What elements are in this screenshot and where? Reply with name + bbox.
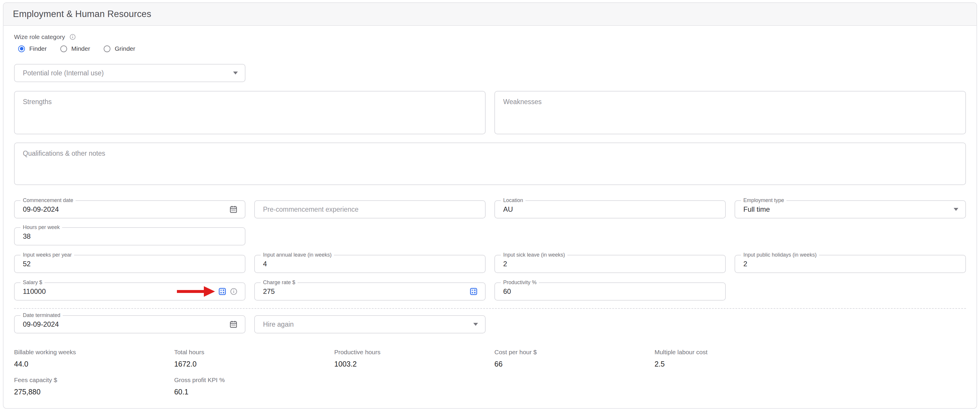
radio-label: Grinder — [115, 45, 135, 52]
radio-label: Finder — [29, 45, 47, 52]
stat-label: Productive hours — [334, 349, 485, 356]
calendar-icon[interactable] — [229, 320, 238, 329]
weeks-per-year-field[interactable]: Input weeks per year — [14, 255, 245, 273]
productivity-field[interactable]: Productivity % — [495, 283, 726, 300]
potential-role-placeholder: Potential role (Internal use) — [23, 69, 233, 77]
stat-value: 275,880 — [14, 388, 165, 396]
location-label: Location — [501, 197, 525, 203]
stat-label: Fees capacity $ — [14, 377, 165, 383]
stat-productive-hours: Productive hours 1003.2 — [334, 349, 485, 368]
strengths-textarea[interactable] — [14, 91, 485, 134]
commencement-date-field[interactable]: Commencement date — [14, 200, 245, 219]
salary-field[interactable]: Salary $ — [14, 283, 245, 300]
wize-role-category-label: Wize role category — [14, 34, 65, 40]
radio-option-minder[interactable]: Minder — [60, 45, 90, 52]
stat-fees-capacity: Fees capacity $ 275,880 — [14, 377, 165, 396]
radio-icon[interactable] — [104, 45, 110, 52]
location-input[interactable] — [503, 205, 718, 214]
pre-commencement-input[interactable] — [263, 205, 478, 214]
red-arrow-annotation — [177, 286, 215, 297]
salary-label: Salary $ — [21, 279, 45, 285]
qualifications-textarea[interactable] — [14, 142, 966, 185]
calculator-icon[interactable] — [218, 287, 227, 296]
location-field[interactable]: Location — [495, 200, 726, 219]
stats-section: Billable working weeks 44.0 Total hours … — [14, 349, 966, 396]
caret-down-icon — [233, 72, 238, 75]
card-header: Employment & Human Resources — [3, 3, 977, 26]
radio-label: Minder — [72, 45, 90, 52]
info-icon[interactable] — [69, 34, 76, 40]
radio-icon[interactable] — [60, 45, 67, 52]
stat-value: 2.5 — [655, 360, 806, 368]
hire-again-placeholder: Hire again — [263, 321, 473, 329]
employment-type-label: Employment type — [741, 197, 786, 203]
stat-value: 1003.2 — [334, 360, 485, 368]
productivity-label: Productivity % — [501, 279, 539, 285]
charge-rate-input[interactable] — [263, 287, 469, 295]
weeks-per-year-input[interactable] — [23, 260, 238, 268]
commencement-date-label: Commencement date — [21, 197, 76, 203]
stat-label: Multiple labour cost — [655, 349, 806, 356]
stat-total-hours: Total hours 1672.0 — [174, 349, 326, 368]
weaknesses-textarea[interactable] — [495, 91, 966, 134]
caret-down-icon — [473, 323, 478, 326]
dashed-divider — [14, 308, 966, 309]
card-content: Wize role category Finder Minder Grind — [3, 26, 977, 402]
wize-role-radio-group: Finder Minder Grinder — [14, 45, 966, 52]
stat-gross-profit-kpi: Gross profit KPI % 60.1 — [174, 377, 326, 396]
employment-card: Employment & Human Resources Wize role c… — [3, 2, 977, 409]
date-terminated-label: Date terminated — [21, 312, 63, 318]
stat-multiple-labour-cost: Multiple labour cost 2.5 — [655, 349, 806, 368]
productivity-input[interactable] — [503, 287, 718, 295]
annual-leave-label: Input annual leave (in weeks) — [261, 252, 334, 258]
salary-input[interactable] — [23, 287, 177, 295]
hours-per-week-field[interactable]: Hours per week — [14, 227, 245, 246]
stat-value: 1672.0 — [174, 360, 326, 368]
sick-leave-label: Input sick leave (in weeks) — [501, 252, 567, 258]
commencement-date-input[interactable] — [23, 205, 229, 214]
public-holidays-input[interactable] — [743, 260, 958, 268]
radio-icon-selected[interactable] — [18, 45, 25, 52]
stat-value: 66 — [495, 360, 646, 368]
weeks-per-year-label: Input weeks per year — [21, 252, 74, 258]
stat-label: Billable working weeks — [14, 349, 165, 356]
stat-value: 60.1 — [174, 388, 326, 396]
sick-leave-input[interactable] — [503, 260, 718, 268]
stat-billable-working-weeks: Billable working weeks 44.0 — [14, 349, 165, 368]
stat-label: Cost per hour $ — [495, 349, 646, 356]
employment-type-value: Full time — [743, 205, 954, 214]
stat-cost-per-hour: Cost per hour $ 66 — [495, 349, 646, 368]
date-terminated-input[interactable] — [23, 320, 229, 329]
sick-leave-field[interactable]: Input sick leave (in weeks) — [495, 255, 726, 273]
caret-down-icon — [954, 208, 958, 211]
charge-rate-label: Charge rate $ — [261, 279, 298, 285]
potential-role-select[interactable]: Potential role (Internal use) — [14, 64, 245, 82]
stat-value: 44.0 — [14, 360, 165, 368]
annual-leave-field[interactable]: Input annual leave (in weeks) — [254, 255, 485, 273]
employment-type-select[interactable]: Employment type Full time — [735, 200, 966, 219]
stat-label: Gross profit KPI % — [174, 377, 326, 383]
annual-leave-input[interactable] — [263, 260, 478, 268]
charge-rate-field[interactable]: Charge rate $ — [254, 283, 485, 300]
wize-role-category-row: Wize role category — [14, 34, 966, 40]
calculator-icon[interactable] — [469, 287, 478, 296]
radio-option-grinder[interactable]: Grinder — [104, 45, 135, 52]
date-terminated-field[interactable]: Date terminated — [14, 315, 245, 334]
hire-again-select[interactable]: Hire again — [254, 315, 485, 334]
public-holidays-field[interactable]: Input public holidays (in weeks) — [735, 255, 966, 273]
public-holidays-label: Input public holidays (in weeks) — [741, 252, 819, 258]
calendar-icon[interactable] — [229, 205, 238, 214]
radio-option-finder[interactable]: Finder — [18, 45, 47, 52]
stat-label: Total hours — [174, 349, 326, 356]
hours-per-week-label: Hours per week — [21, 224, 62, 230]
hours-per-week-input[interactable] — [23, 232, 238, 240]
info-icon[interactable] — [230, 287, 238, 295]
pre-commencement-field[interactable] — [254, 200, 485, 219]
stat-spacer — [815, 349, 966, 368]
page-title: Employment & Human Resources — [13, 9, 151, 19]
